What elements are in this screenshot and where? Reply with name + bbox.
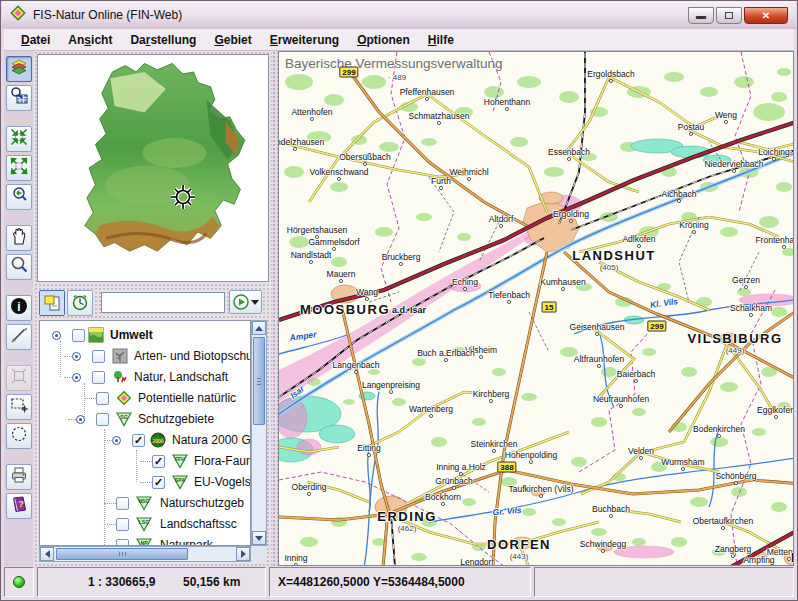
tree-expander[interactable] xyxy=(72,352,81,361)
tree-expander[interactable] xyxy=(72,373,81,382)
town-label: Inning xyxy=(284,553,307,563)
tree-expander[interactable] xyxy=(112,436,121,445)
zoom-box-button[interactable] xyxy=(6,254,32,280)
refresh-timer-button[interactable] xyxy=(67,290,93,316)
menu-item-darstellung[interactable]: Darstellung xyxy=(121,31,205,49)
map-canvas[interactable]: Bayerische Vermessungsverwaltung MOOSBUR… xyxy=(278,51,794,566)
layer-manager-button[interactable] xyxy=(6,56,32,82)
horizontal-scroll-thumb[interactable] xyxy=(56,548,188,560)
town-label: Buchbach xyxy=(592,504,630,514)
tree-row-eu-vogelsc: ✓SPAEU-Vogelsc xyxy=(40,472,250,493)
help-button[interactable]: ? xyxy=(6,493,32,519)
town-label: Adlkofen xyxy=(622,234,655,244)
svg-text:?: ? xyxy=(18,499,24,509)
layer-checkbox[interactable] xyxy=(96,392,109,405)
layer-label[interactable]: Natura 2000 Ge xyxy=(172,433,251,447)
scroll-left-button[interactable] xyxy=(40,547,54,561)
menu-item-ansicht[interactable]: Ansicht xyxy=(59,31,121,49)
town-label: Schönberg xyxy=(715,471,756,481)
menu-item-hilfe[interactable]: Hilfe xyxy=(419,31,463,49)
scroll-down-button[interactable] xyxy=(252,531,266,545)
maximize-button[interactable] xyxy=(716,7,742,24)
run-query-button[interactable] xyxy=(229,290,262,314)
tree-vertical-scrollbar[interactable] xyxy=(251,320,267,546)
tree-expander[interactable] xyxy=(52,331,61,340)
legend-toggle-button[interactable] xyxy=(39,290,65,316)
svg-text:FFH: FFH xyxy=(175,456,185,462)
layer-label[interactable]: Schutzgebiete xyxy=(138,412,214,426)
map-copyright-watermark: Bayerische Vermessungsverwaltung xyxy=(285,56,503,71)
info-icon: i xyxy=(9,296,29,320)
select-circle-button[interactable] xyxy=(6,423,32,449)
city-label-landshut: LANDSHUT xyxy=(572,248,656,263)
town-label: Inning a.Holz xyxy=(436,462,486,472)
select-extent-button xyxy=(6,365,32,391)
layer-label[interactable]: Naturpark xyxy=(160,538,213,546)
layer-label[interactable]: Naturschutzgeb xyxy=(160,496,244,510)
tree-row-arten-und-biotopschutz: Arten- und Biotopschutz xyxy=(40,346,250,367)
run-dropdown-caret xyxy=(251,300,259,305)
menu-item-optionen[interactable]: Optionen xyxy=(348,31,419,49)
tree-expander[interactable] xyxy=(76,415,85,424)
town-label: Lengdorf xyxy=(460,557,494,566)
menu-item-datei[interactable]: Datei xyxy=(12,31,59,49)
minimize-button[interactable]: ▬ xyxy=(688,7,714,24)
town-label: Schalkham xyxy=(730,303,772,313)
pan-button[interactable] xyxy=(6,225,32,251)
layer-label[interactable]: Umwelt xyxy=(110,328,153,342)
layer-checkbox[interactable] xyxy=(72,329,85,342)
town-label: Nandlstadt xyxy=(291,250,332,260)
menu-item-gebiet[interactable]: Gebiet xyxy=(205,31,260,49)
full-extent-button[interactable] xyxy=(6,155,32,181)
layer-label[interactable]: EU-Vogelsc xyxy=(194,475,251,489)
layer-label[interactable]: Potentielle natürlic xyxy=(138,391,236,405)
layer-label[interactable]: Arten- und Biotopschutz xyxy=(134,349,251,363)
layer-checkbox[interactable] xyxy=(92,371,105,384)
town-label: Bockhorn xyxy=(425,492,461,502)
close-button[interactable]: ✕ xyxy=(744,7,788,24)
pan-icon xyxy=(9,226,29,250)
town-label: Ergoldsbach xyxy=(587,69,634,79)
zoom-previous-button[interactable] xyxy=(6,184,32,210)
select-rectangle-button[interactable] xyxy=(6,394,32,420)
layer-checkbox[interactable]: ✓ xyxy=(132,434,145,447)
layer-label[interactable]: Natur, Landschaft xyxy=(134,370,228,384)
tree-horizontal-scrollbar[interactable] xyxy=(39,546,251,562)
layer-checkbox[interactable] xyxy=(116,518,129,531)
scroll-up-button[interactable] xyxy=(252,321,266,335)
measure-button[interactable] xyxy=(6,324,32,350)
print-button[interactable] xyxy=(6,464,32,490)
layer-label[interactable]: Flora-Fauna xyxy=(194,454,251,468)
vertical-scroll-thumb[interactable] xyxy=(253,337,265,425)
layer-checkbox[interactable] xyxy=(92,350,105,363)
city-label-moosburg: MOOSBURG xyxy=(300,302,390,317)
overview-map-panel[interactable] xyxy=(37,54,269,282)
city-label-dorfen: DORFEN xyxy=(487,537,551,552)
zoom-to-selection-button[interactable] xyxy=(6,126,32,152)
layer-label[interactable]: Landschaftssc xyxy=(160,517,237,531)
elevation-label: (462) xyxy=(398,524,417,533)
info-button[interactable]: i xyxy=(6,295,32,321)
town-label: Steinkirchen xyxy=(471,439,518,449)
application-window: FIS-Natur Online (FIN-Web) ▬ ✕ DateiAnsi… xyxy=(0,0,798,601)
title-bar[interactable]: FIS-Natur Online (FIN-Web) ▬ ✕ xyxy=(2,1,796,29)
scroll-right-button[interactable] xyxy=(236,547,250,561)
shield-layer-icon: NP xyxy=(136,537,152,546)
shield-layer-icon: FFH xyxy=(172,453,188,469)
scrollbar-corner xyxy=(251,546,267,562)
empty-status-panel xyxy=(534,567,794,597)
town-label: Baierbach xyxy=(617,369,655,379)
shield-layer-icon: SPA xyxy=(172,474,188,490)
layer-checkbox[interactable] xyxy=(96,413,109,426)
layer-checkbox[interactable] xyxy=(116,539,129,546)
layer-checkbox[interactable] xyxy=(116,497,129,510)
partial-city-label: M xyxy=(791,551,794,565)
town-label: Furth xyxy=(431,176,451,186)
layer-search-input[interactable] xyxy=(101,292,225,313)
umwelt-layer-icon xyxy=(88,327,104,343)
menu-item-erweiterung[interactable]: Erweiterung xyxy=(261,31,348,49)
attribute-query-button[interactable] xyxy=(6,85,32,111)
query-icon xyxy=(9,86,29,110)
layer-checkbox[interactable]: ✓ xyxy=(152,455,165,468)
layer-checkbox[interactable]: ✓ xyxy=(152,476,165,489)
